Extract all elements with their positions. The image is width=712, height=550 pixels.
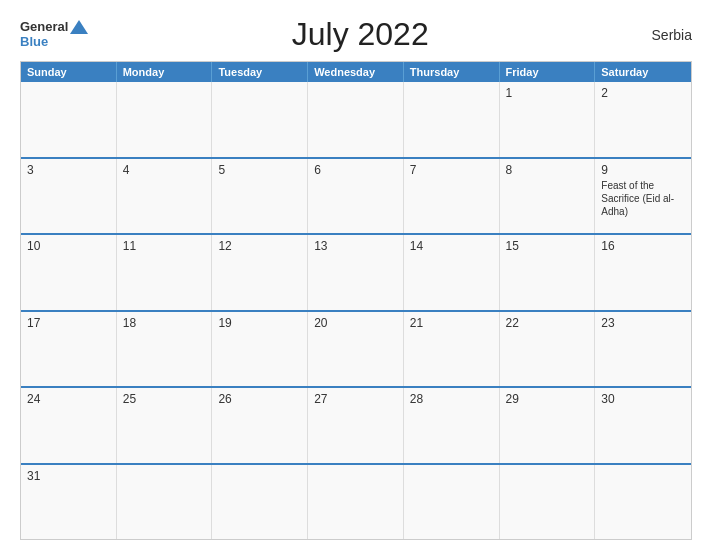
- logo: General Blue: [20, 20, 88, 49]
- day-number: 27: [314, 392, 397, 406]
- logo-icon: [70, 20, 88, 34]
- calendar-week-3: 17181920212223: [21, 310, 691, 387]
- calendar-cell: 8: [500, 159, 596, 234]
- calendar-cell: [595, 465, 691, 540]
- calendar-cell: 7: [404, 159, 500, 234]
- day-number: 24: [27, 392, 110, 406]
- calendar-cell: 5: [212, 159, 308, 234]
- calendar-body: 123456789Feast of the Sacrifice (Eid al-…: [21, 82, 691, 539]
- calendar-cell: 15: [500, 235, 596, 310]
- day-number: 15: [506, 239, 589, 253]
- day-number: 9: [601, 163, 685, 177]
- page-title: July 2022: [88, 16, 632, 53]
- day-number: 10: [27, 239, 110, 253]
- day-header-wednesday: Wednesday: [308, 62, 404, 82]
- calendar-cell: [404, 82, 500, 157]
- calendar-cell: 6: [308, 159, 404, 234]
- calendar-cell: 30: [595, 388, 691, 463]
- day-number: 17: [27, 316, 110, 330]
- day-number: 26: [218, 392, 301, 406]
- day-number: 11: [123, 239, 206, 253]
- calendar-week-4: 24252627282930: [21, 386, 691, 463]
- calendar-cell: [212, 465, 308, 540]
- day-number: 22: [506, 316, 589, 330]
- calendar-week-0: 12: [21, 82, 691, 157]
- calendar-cell: [308, 465, 404, 540]
- calendar-cell: 9Feast of the Sacrifice (Eid al-Adha): [595, 159, 691, 234]
- day-number: 19: [218, 316, 301, 330]
- calendar-cell: 14: [404, 235, 500, 310]
- calendar-week-1: 3456789Feast of the Sacrifice (Eid al-Ad…: [21, 157, 691, 234]
- calendar-cell: [404, 465, 500, 540]
- calendar-cell: [117, 82, 213, 157]
- calendar-cell: 31: [21, 465, 117, 540]
- calendar-cell: [117, 465, 213, 540]
- day-number: 20: [314, 316, 397, 330]
- calendar-cell: 10: [21, 235, 117, 310]
- calendar-cell: [308, 82, 404, 157]
- calendar-cell: 19: [212, 312, 308, 387]
- day-number: 31: [27, 469, 110, 483]
- calendar-cell: 3: [21, 159, 117, 234]
- svg-marker-0: [70, 20, 88, 34]
- calendar-cell: 12: [212, 235, 308, 310]
- day-header-saturday: Saturday: [595, 62, 691, 82]
- calendar-cell: 1: [500, 82, 596, 157]
- calendar-cell: 20: [308, 312, 404, 387]
- day-header-thursday: Thursday: [404, 62, 500, 82]
- calendar-cell: 27: [308, 388, 404, 463]
- calendar-cell: 28: [404, 388, 500, 463]
- calendar-cell: 4: [117, 159, 213, 234]
- day-number: 2: [601, 86, 685, 100]
- calendar-grid: SundayMondayTuesdayWednesdayThursdayFrid…: [20, 61, 692, 540]
- day-number: 18: [123, 316, 206, 330]
- calendar-cell: 25: [117, 388, 213, 463]
- calendar-cell: [500, 465, 596, 540]
- calendar-cell: 2: [595, 82, 691, 157]
- calendar-cell: 17: [21, 312, 117, 387]
- country-label: Serbia: [632, 27, 692, 43]
- calendar-cell: 29: [500, 388, 596, 463]
- calendar-cell: 13: [308, 235, 404, 310]
- day-header-sunday: Sunday: [21, 62, 117, 82]
- calendar-cell: 22: [500, 312, 596, 387]
- calendar-cell: 18: [117, 312, 213, 387]
- day-number: 21: [410, 316, 493, 330]
- calendar-week-5: 31: [21, 463, 691, 540]
- day-number: 14: [410, 239, 493, 253]
- calendar-cell: [21, 82, 117, 157]
- day-number: 3: [27, 163, 110, 177]
- day-number: 16: [601, 239, 685, 253]
- calendar-cell: 26: [212, 388, 308, 463]
- day-number: 12: [218, 239, 301, 253]
- logo-general-text: General: [20, 20, 68, 34]
- day-header-friday: Friday: [500, 62, 596, 82]
- day-number: 13: [314, 239, 397, 253]
- day-header-monday: Monday: [117, 62, 213, 82]
- day-number: 5: [218, 163, 301, 177]
- calendar-cell: 11: [117, 235, 213, 310]
- day-number: 29: [506, 392, 589, 406]
- logo-blue-text: Blue: [20, 35, 48, 49]
- calendar-page: General Blue July 2022 Serbia SundayMond…: [0, 0, 712, 550]
- calendar-cell: [212, 82, 308, 157]
- page-header: General Blue July 2022 Serbia: [20, 16, 692, 53]
- calendar-cell: 16: [595, 235, 691, 310]
- calendar-event: Feast of the Sacrifice (Eid al-Adha): [601, 179, 685, 218]
- day-number: 1: [506, 86, 589, 100]
- day-number: 7: [410, 163, 493, 177]
- day-number: 4: [123, 163, 206, 177]
- day-header-tuesday: Tuesday: [212, 62, 308, 82]
- day-number: 6: [314, 163, 397, 177]
- calendar-cell: 21: [404, 312, 500, 387]
- day-number: 25: [123, 392, 206, 406]
- calendar-cell: 23: [595, 312, 691, 387]
- calendar-header: SundayMondayTuesdayWednesdayThursdayFrid…: [21, 62, 691, 82]
- day-number: 8: [506, 163, 589, 177]
- day-number: 30: [601, 392, 685, 406]
- day-number: 28: [410, 392, 493, 406]
- calendar-week-2: 10111213141516: [21, 233, 691, 310]
- day-number: 23: [601, 316, 685, 330]
- calendar-cell: 24: [21, 388, 117, 463]
